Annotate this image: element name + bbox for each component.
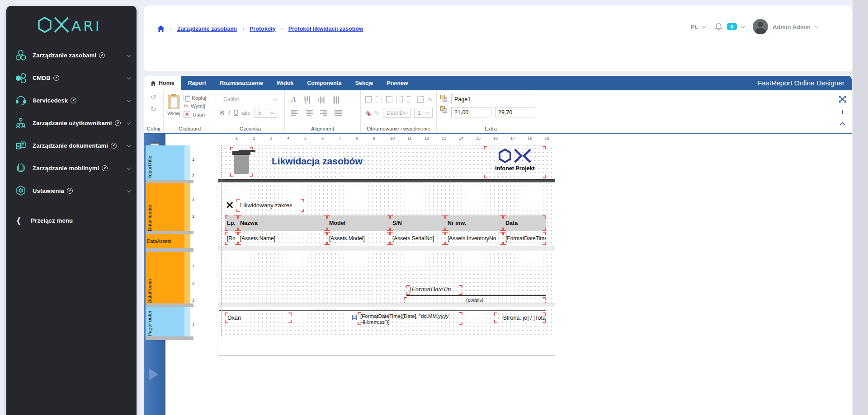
col-header-nrinw[interactable]: Nr inw.: [445, 215, 503, 231]
band-separator[interactable]: [146, 303, 193, 307]
band-dataheader[interactable]: ✕ Likwidowany zakres Lp. Nazwa Model S/N…: [218, 182, 555, 231]
notification-badge[interactable]: 0: [727, 23, 737, 30]
band-separator[interactable]: [146, 248, 193, 252]
cell-asset-inventory[interactable]: [Assets.InventoryNo: [445, 232, 503, 245]
send-to-back-icon[interactable]: [440, 106, 448, 113]
section-label-object[interactable]: Likwidowany zakres: [236, 199, 304, 212]
signature-line[interactable]: [406, 295, 546, 296]
redo-icon[interactable]: ↻: [151, 106, 156, 113]
breadcrumb-link-current[interactable]: Protokół likwidacji zasobów: [288, 26, 363, 32]
cell-asset-serial[interactable]: [Assets.SerialNo]: [390, 232, 445, 245]
border-inner-button[interactable]: [396, 96, 403, 103]
italic-button[interactable]: I: [228, 109, 230, 117]
band-label-dataheader[interactable]: 1 2 DataHeader: [146, 183, 196, 231]
valign-middle-button[interactable]: [319, 96, 325, 103]
page-height-input[interactable]: [495, 107, 535, 117]
border-left-button[interactable]: [386, 96, 392, 103]
band-separator[interactable]: [146, 336, 193, 340]
strikethrough-button[interactable]: abc: [242, 110, 250, 116]
tab-home[interactable]: Home: [144, 76, 181, 90]
band-separator[interactable]: [146, 180, 193, 183]
valign-top-button[interactable]: [304, 96, 310, 103]
home-icon[interactable]: [157, 25, 165, 32]
border-color-icon[interactable]: ✎: [374, 110, 379, 117]
col-header-lp[interactable]: Lp.: [225, 215, 238, 231]
chevron-down-icon[interactable]: [741, 24, 745, 28]
align-center-button[interactable]: [306, 110, 313, 116]
border-all-button[interactable]: [365, 96, 372, 103]
font-size-select[interactable]: 5: [255, 108, 277, 118]
band-label-datafooter[interactable]: 1 2 3 DataFooter: [146, 252, 196, 303]
band-label-pagefooter[interactable]: 1 PageFooter: [146, 307, 196, 336]
sidebar-item-cmdb[interactable]: CMDB: [6, 66, 137, 89]
footer-date-object[interactable]: [FormatDateTin: [406, 285, 462, 295]
sidebar-item-zarzadzanie-dokumentami[interactable]: Zarządzanie dokumentami: [6, 134, 137, 157]
bell-icon[interactable]: [715, 23, 722, 31]
paste-button[interactable]: Wklej: [167, 94, 180, 125]
chevron-down-icon[interactable]: [815, 24, 819, 28]
sidebar-item-zarzadzanie-zasobami[interactable]: Zarządzanie zasobami: [6, 44, 137, 66]
user-name[interactable]: Admin Admin: [773, 23, 811, 30]
trash-picture-object[interactable]: [230, 147, 253, 177]
cell-asset-name[interactable]: [Assets.Name]: [238, 232, 327, 245]
underline-button[interactable]: U: [234, 109, 238, 117]
breadcrumb-link-protokoly[interactable]: Protokoły: [250, 26, 276, 32]
band-dataassets[interactable]: [Ro [Assets.Name] [Assets.Model] [Assets…: [218, 231, 555, 246]
fill-bucket-icon[interactable]: [365, 110, 371, 116]
bring-to-front-icon[interactable]: [440, 95, 448, 102]
band-reporttitle[interactable]: Likwidacja zasobów Infonet Projekt: [218, 145, 555, 179]
cut-button[interactable]: ✂ Wytnij: [184, 103, 206, 109]
align-left-button[interactable]: [291, 110, 298, 116]
page-scrollbar-track[interactable]: [853, 0, 868, 415]
valign-bottom-button[interactable]: [333, 96, 339, 103]
border-style-select[interactable]: DashD: [383, 108, 410, 118]
col-header-model[interactable]: Model: [327, 215, 390, 231]
border-bottom-button[interactable]: [417, 96, 424, 103]
language-selector[interactable]: PL: [691, 23, 698, 30]
page-width-input[interactable]: [451, 107, 491, 117]
cell-asset-date[interactable]: [FormatDateTime: [503, 232, 546, 245]
info-icon[interactable]: i: [841, 108, 843, 116]
cell-row-number[interactable]: [Ro: [225, 232, 238, 245]
logo-object[interactable]: Infonet Projekt: [484, 146, 546, 178]
sidebar-item-ustawienia[interactable]: Ustawienia: [6, 179, 137, 202]
tab-rozmieszczenie[interactable]: Rozmieszczenie: [213, 76, 270, 90]
tab-raport[interactable]: Raport: [181, 76, 213, 90]
menu-toggle[interactable]: ❮ Przełącz menu: [6, 210, 137, 231]
x-mark-image[interactable]: ✕: [226, 200, 234, 211]
pagefooter-pagenum-object[interactable]: Strona: je] / [Tota: [494, 312, 546, 323]
sidebar-item-zarzadzanie-mobilnymi[interactable]: Zarządzanie mobilnymi: [6, 157, 137, 179]
border-draw-icon[interactable]: ✎: [428, 96, 433, 103]
breadcrumb-link-zasoby[interactable]: Zarządzanie zasobami: [177, 26, 237, 32]
col-header-nazwa[interactable]: Nazwa: [238, 215, 327, 231]
delete-button[interactable]: ✕ Usuń: [184, 111, 206, 118]
pagefooter-line[interactable]: [219, 310, 546, 311]
align-justify-button[interactable]: [335, 110, 342, 116]
band-divider-dark[interactable]: [218, 179, 555, 182]
collapse-ribbon-icon[interactable]: [840, 122, 845, 128]
page-name-input[interactable]: [451, 94, 535, 104]
band-divider-light[interactable]: [218, 246, 555, 251]
tab-preview[interactable]: Preview: [380, 76, 415, 90]
font-family-select[interactable]: Calibri: [220, 94, 280, 104]
col-header-data[interactable]: Data: [503, 215, 546, 231]
band-label-dataassets[interactable]: DataAssets: [146, 234, 196, 248]
sidebar-item-servicedesk[interactable]: Servicedesk: [6, 89, 137, 112]
report-page[interactable]: Likwidacja zasobów Infonet Projekt ✕: [218, 143, 555, 356]
tab-sekcje[interactable]: Sekcje: [349, 76, 380, 90]
border-width-select[interactable]: 1: [414, 108, 433, 118]
align-right-button[interactable]: [320, 110, 327, 116]
preview-play-button[interactable]: [149, 368, 158, 380]
font-color-button[interactable]: A: [291, 95, 296, 104]
bold-button[interactable]: B: [220, 109, 224, 117]
pagefooter-datetime-object[interactable]: [FormatDateTime([Date], "dd.MM.yyyy HH:m…: [358, 312, 462, 325]
band-divider-light[interactable]: [218, 303, 555, 307]
band-label-reporttitle[interactable]: 1 2 ReportTitle: [146, 145, 196, 180]
cell-asset-model[interactable]: [Assets.Model]: [327, 232, 390, 245]
undo-icon[interactable]: ↺: [151, 94, 156, 101]
tab-widok[interactable]: Widok: [270, 76, 300, 90]
report-title-text[interactable]: Likwidacja zasobów: [272, 156, 363, 167]
copy-button[interactable]: Kopiuj: [184, 95, 206, 101]
avatar[interactable]: [753, 19, 768, 34]
pagefooter-left-object[interactable]: Oxari: [225, 312, 292, 323]
